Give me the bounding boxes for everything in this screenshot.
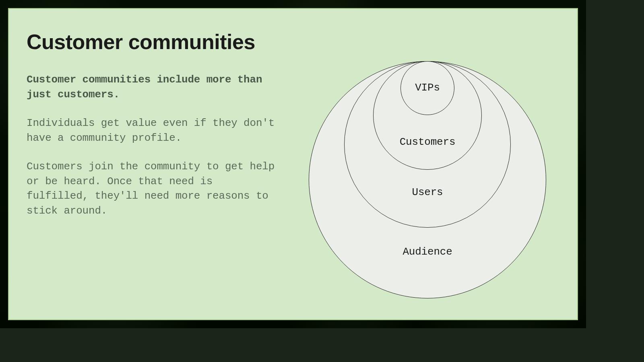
nested-circles-diagram: Audience Users Customers VIPs <box>307 61 548 302</box>
ring-label-customers: Customers <box>400 136 456 148</box>
lead-paragraph: Customer communities include more than j… <box>27 72 276 102</box>
ring-vips: VIPs <box>400 61 454 115</box>
body-paragraph-2: Customers join the community to get help… <box>27 159 276 219</box>
body-paragraph-1: Individuals get value even if they don't… <box>27 116 276 146</box>
text-column: Customer communities Customer communitie… <box>27 30 276 232</box>
slide-title: Customer communities <box>27 30 276 54</box>
ring-label-users: Users <box>412 186 443 198</box>
ring-label-vips: VIPs <box>415 82 440 94</box>
slide-card: Customer communities Customer communitie… <box>8 8 578 320</box>
ring-label-audience: Audience <box>402 246 452 258</box>
slide-content: Customer communities Customer communitie… <box>9 9 577 319</box>
